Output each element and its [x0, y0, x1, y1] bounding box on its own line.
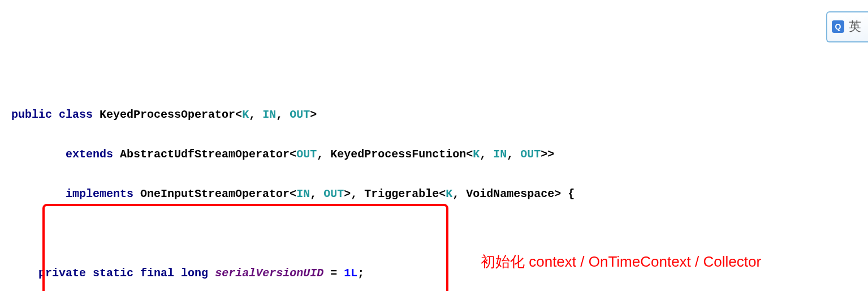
ime-icon: Q [832, 20, 844, 33]
generic-param: IN [262, 108, 276, 121]
keyword-long: long [181, 267, 208, 280]
class-name: VoidNamespace [466, 187, 554, 200]
class-name: OneInputStreamOperator [140, 187, 290, 200]
ime-indicator[interactable]: Q 英 [826, 11, 868, 42]
code-line: implements OneInputStreamOperator<IN, OU… [11, 184, 868, 204]
generic-param: OUT [520, 148, 541, 161]
generic-param: IN [296, 187, 310, 200]
generic-param: K [242, 108, 249, 121]
keyword-private: private [38, 267, 86, 280]
code-line: public class KeyedProcessOperator<K, IN,… [11, 105, 868, 125]
field-name: serialVersionUID [215, 267, 323, 280]
keyword-class: class [59, 108, 93, 121]
generic-param: OUT [323, 187, 344, 200]
code-line: extends AbstractUdfStreamOperator<OUT, K… [11, 144, 868, 164]
class-name: KeyedProcessOperator [100, 108, 235, 121]
class-name: KeyedProcessFunction [330, 148, 466, 161]
keyword-final: final [140, 267, 174, 280]
class-name: AbstractUdfStreamOperator [120, 148, 290, 161]
number-literal: 1L [344, 267, 357, 280]
generic-param: OUT [296, 148, 317, 161]
class-name: Triggerable [364, 187, 439, 200]
keyword-static: static [93, 267, 133, 280]
keyword-public: public [11, 108, 52, 121]
annotation-text: 初始化 context / OnTimeContext / Collector [481, 249, 761, 275]
generic-param: OUT [290, 108, 310, 121]
generic-param: K [473, 148, 480, 161]
keyword-extends: extends [66, 148, 113, 161]
code-editor[interactable]: public class KeyedProcessOperator<K, IN,… [11, 85, 868, 291]
ime-label: 英 [849, 16, 861, 38]
keyword-implements: implements [66, 187, 133, 200]
code-line [11, 224, 868, 243]
generic-param: K [446, 187, 452, 200]
generic-param: IN [493, 148, 507, 161]
